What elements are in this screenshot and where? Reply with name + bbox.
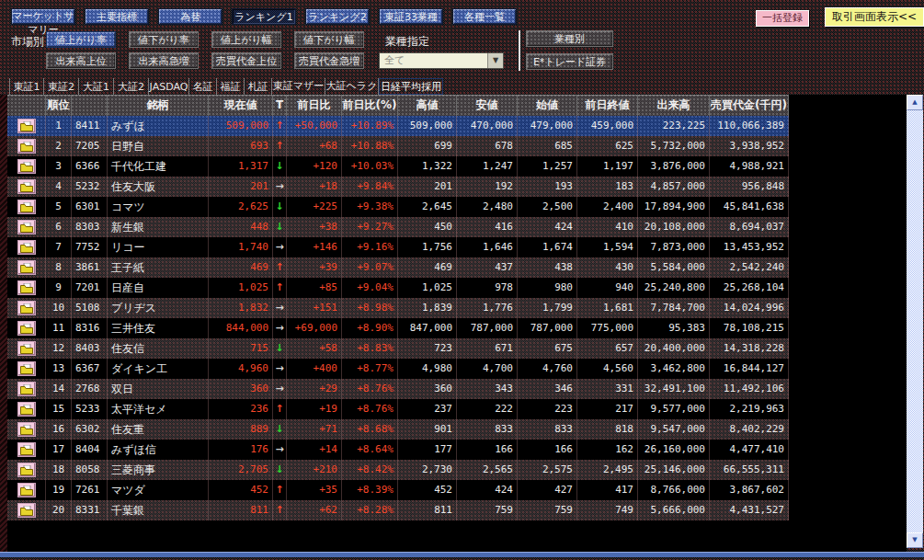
register-stock-button[interactable]	[17, 139, 36, 154]
register-stock-button[interactable]	[17, 442, 36, 457]
table-row[interactable]: 188058三菱商事2,705↓+210+8.42%2,7302,5652,57…	[7, 460, 789, 480]
code-cell: 8411	[72, 116, 108, 136]
volume-cell: 17,894,900	[638, 197, 710, 217]
table-row[interactable]: 155233太平洋セメ236↑+19+8.76%2372222232179,57…	[7, 399, 789, 419]
scroll-down-button[interactable]: ▼	[907, 532, 923, 548]
register-stock-button[interactable]	[17, 422, 36, 437]
register-stock-button[interactable]	[17, 463, 36, 477]
tab-日経平均採用[interactable]: 日経平均採用	[379, 78, 443, 95]
table-row[interactable]: 142768双日360→+29+8.76%36034334633132,491,…	[7, 379, 789, 399]
toolbar-button-1[interactable]: マーケットサマリー	[11, 8, 75, 25]
table-row[interactable]: 45232住友大阪201→+18+9.84%2011921931834,857,…	[7, 177, 789, 197]
low-cell: 2,565	[457, 460, 518, 480]
table-row[interactable]: 178404みずほ信176→+14+8.64%17716616616226,16…	[7, 440, 789, 460]
register-stock-button[interactable]	[17, 402, 36, 417]
prev-close-cell: 2,400	[577, 197, 638, 217]
volume-cell: 4,857,000	[638, 177, 710, 197]
table-row[interactable]: 208331千葉銀811↑+62+8.28%8117597597495,666,…	[7, 500, 789, 520]
register-stock-button[interactable]	[17, 341, 36, 356]
tab-東証2[interactable]: 東証2	[44, 78, 79, 95]
register-stock-button[interactable]	[17, 503, 36, 518]
toolbar-button-6[interactable]: 東証33業種	[379, 8, 443, 25]
trade-screen-toggle-button[interactable]: 取引画面表示<<	[825, 7, 924, 27]
tab-大証1[interactable]: 大証1	[79, 78, 114, 95]
table-row[interactable]: 128403住友信715↓+58+8.83%72367167565720,400…	[7, 338, 789, 359]
rank-cell: 6	[46, 217, 72, 237]
tab-東証1[interactable]: 東証1	[9, 78, 44, 95]
register-stock-button[interactable]	[17, 301, 36, 315]
vertical-scrollbar[interactable]: ▲ ▼	[907, 95, 923, 548]
tab-名証[interactable]: 名証	[189, 78, 217, 95]
change-pct-cell: +9.38%	[342, 197, 398, 217]
code-cell: 8316	[72, 318, 108, 338]
open-cell: 438	[518, 257, 577, 278]
bulk-register-button[interactable]: 一括登録	[756, 10, 809, 27]
prev-close-cell: 1,197	[577, 156, 638, 177]
scroll-up-button[interactable]: ▲	[907, 95, 923, 110]
filter-button-売買代金上位[interactable]: 売買代金上位	[211, 52, 281, 69]
table-row[interactable]: 56301コマツ2,625↓+225+9.38%2,6452,4802,5002…	[7, 197, 789, 217]
toolbar-button-2[interactable]: 主要指標	[85, 8, 149, 25]
register-stock-button[interactable]	[17, 361, 36, 376]
filter-button-値下がり率[interactable]: 値下がり率	[129, 31, 199, 48]
industry-dropdown[interactable]: 全て ▼	[379, 52, 504, 69]
table-row[interactable]: 136367ダイキン工4,960→+400+8.77%4,9804,7004,7…	[7, 359, 789, 379]
row-icon-cell	[7, 156, 46, 177]
name-cell: 新生銀	[108, 217, 209, 237]
register-stock-button[interactable]	[17, 260, 36, 275]
register-stock-button[interactable]	[17, 200, 36, 214]
filter-button-売買代金急増[interactable]: 売買代金急増	[294, 52, 364, 69]
low-cell: 222	[457, 399, 518, 419]
table-row[interactable]: 68303新生銀448↓+38+9.27%45041642441020,108,…	[7, 217, 789, 237]
register-stock-button[interactable]	[17, 119, 36, 133]
row-icon-cell	[7, 116, 46, 136]
name-cell: 双日	[108, 379, 209, 399]
low-cell: 1,247	[457, 156, 518, 177]
table-row[interactable]: 36366千代化工建1,317↓+120+10.03%1,3221,2471,2…	[7, 156, 789, 177]
toolbar-button-4[interactable]: ランキング1	[232, 8, 296, 25]
industry-category-button[interactable]: 業種別	[526, 30, 613, 47]
toolbar-button-3[interactable]: 為替	[158, 8, 222, 25]
filter-button-出来高急増[interactable]: 出来高急増	[129, 52, 199, 69]
table-row[interactable]: 97201日産自1,025↑+85+9.04%1,02597898094025,…	[7, 278, 789, 298]
table-row[interactable]: 27205日野自693↑+68+10.88%6996786856255,732,…	[7, 136, 789, 156]
tab-大証ヘラクレス[interactable]: 大証ヘラクレス	[325, 78, 379, 95]
table-row[interactable]: 105108ブリヂス1,832→+151+8.98%1,8391,7761,79…	[7, 298, 789, 318]
table-row[interactable]: 83861王子紙469↑+39+9.07%4694374384305,584,0…	[7, 257, 789, 278]
tab-東証マザーズ[interactable]: 東証マザーズ	[272, 78, 325, 95]
register-stock-button[interactable]	[17, 240, 36, 255]
filter-button-値上がり率[interactable]: 値上がり率	[46, 31, 116, 48]
scrollbar-track[interactable]	[907, 110, 923, 532]
high-cell: 847,000	[398, 318, 457, 338]
filter-button-値下がり幅[interactable]: 値下がり幅	[294, 31, 364, 48]
tab-大証2[interactable]: 大証2	[114, 78, 149, 95]
register-stock-button[interactable]	[17, 280, 36, 295]
table-row[interactable]: 77752リコー1,740→+146+9.16%1,7561,6461,6741…	[7, 237, 789, 257]
table-row[interactable]: 166302住友重889↓+71+8.68%9018338338189,547,…	[7, 419, 789, 440]
filter-button-値上がり幅[interactable]: 値上がり幅	[211, 31, 281, 48]
table-row[interactable]: 197261マツダ452↑+35+8.39%4524244274178,766,…	[7, 480, 789, 500]
row-icon-cell	[7, 237, 46, 257]
register-stock-button[interactable]	[17, 179, 36, 194]
open-cell: 1,674	[518, 237, 577, 257]
price-cell: 509,000	[209, 116, 273, 136]
toolbar-button-5[interactable]: ランキング2	[305, 8, 370, 25]
filter-button-出来高上位[interactable]: 出来高上位	[46, 52, 116, 69]
high-cell: 450	[398, 217, 457, 237]
arrow-up-icon: ▲	[912, 98, 917, 106]
tab-札証[interactable]: 札証	[245, 78, 272, 95]
register-stock-button[interactable]	[17, 159, 36, 174]
register-stock-button[interactable]	[17, 220, 36, 234]
chevron-down-icon[interactable]: ▼	[487, 53, 503, 68]
table-row[interactable]: 118316三井住友844,000→+69,000+8.90%847,00078…	[7, 318, 789, 338]
rank-cell: 9	[46, 278, 72, 298]
register-stock-button[interactable]	[17, 382, 36, 396]
tab-JASDAQ[interactable]: JASDAQ	[149, 78, 189, 95]
low-cell: 4,700	[457, 359, 518, 379]
table-row[interactable]: 18411みずほ509,000↑+50,000+10.89%509,000470…	[7, 116, 789, 136]
register-stock-button[interactable]	[17, 321, 36, 336]
broker-link-button[interactable]: E*トレード証券	[526, 53, 613, 70]
toolbar-button-7[interactable]: 各種一覧	[452, 8, 517, 25]
register-stock-button[interactable]	[17, 483, 36, 497]
tab-福証[interactable]: 福証	[217, 78, 245, 95]
